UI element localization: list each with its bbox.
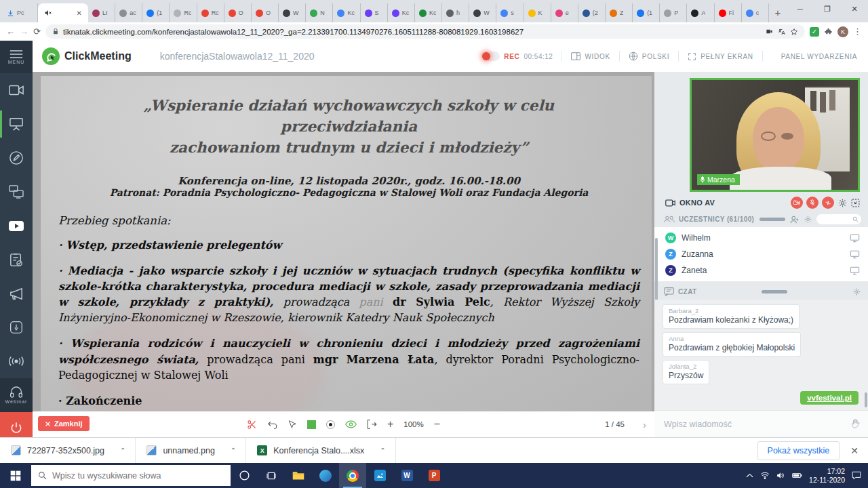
screen-status-icon[interactable] <box>850 250 860 259</box>
language-menu[interactable]: POLSKI <box>629 52 669 61</box>
address-bar[interactable]: tiknatak.clickmeeting.com/konferencjasta… <box>45 24 805 39</box>
participant-row[interactable]: Z Zuzanna <box>654 246 868 262</box>
visibility-tool-icon[interactable] <box>345 420 357 428</box>
start-button[interactable] <box>0 463 31 488</box>
task-view-button[interactable] <box>258 463 285 488</box>
browser-tab[interactable]: P <box>660 3 687 22</box>
screen-status-icon[interactable] <box>850 266 860 275</box>
browser-tab[interactable]: W <box>469 3 496 22</box>
downloads-close-icon[interactable]: ✕ <box>850 445 859 456</box>
screen-status-icon[interactable] <box>850 234 860 243</box>
browser-tab[interactable]: Kc <box>388 3 415 22</box>
download-chevron-icon[interactable]: ⌃ <box>120 447 125 454</box>
pointer-tool-icon[interactable] <box>288 420 297 429</box>
browser-tab[interactable]: Rc <box>170 3 197 22</box>
av-resize-icon[interactable] <box>851 199 860 207</box>
show-all-downloads-button[interactable]: Pokaż wszystkie <box>757 441 840 460</box>
download-chevron-icon[interactable]: ⌃ <box>380 447 385 454</box>
browser-tab[interactable]: O <box>252 3 279 22</box>
download-chevron-icon[interactable]: ⌃ <box>231 447 236 454</box>
browser-tab[interactable]: Kc <box>415 3 442 22</box>
sidebar-survey-button[interactable] <box>0 243 33 277</box>
tab-audio-muted-icon[interactable] <box>44 9 52 17</box>
browser-tab[interactable]: LI <box>88 3 115 22</box>
undo-tool-icon[interactable] <box>267 420 277 429</box>
reload-button[interactable]: ⟳ <box>33 26 41 37</box>
download-item[interactable]: X Konferencja Stalo....xlsx ⌃ <box>246 438 396 463</box>
window-minimize-button[interactable]: ─ <box>787 0 814 18</box>
browser-tab[interactable]: ac <box>115 3 142 22</box>
download-item[interactable]: 722877-352x500.jpg ⌃ <box>0 438 136 463</box>
chat-drag-handle[interactable] <box>762 290 787 293</box>
fullscreen-button[interactable]: PEŁNY EKRAN <box>688 52 753 61</box>
participant-row[interactable]: Z Żaneta <box>654 262 868 279</box>
translate-icon[interactable] <box>778 28 786 36</box>
sidebar-draw-button[interactable] <box>0 141 33 175</box>
forward-button[interactable]: → <box>20 26 28 37</box>
action-center-icon[interactable] <box>852 471 861 480</box>
cortana-button[interactable] <box>231 463 258 488</box>
participants-settings-gear-icon[interactable] <box>804 215 812 224</box>
word-button[interactable]: W <box>393 463 420 488</box>
browser-tab[interactable]: Kc <box>333 3 360 22</box>
browser-tab[interactable]: (2 <box>578 3 606 22</box>
tab-media-camera-icon[interactable] <box>765 28 774 35</box>
taskbar-clock[interactable]: 17:02 12-11-2020 <box>809 467 845 485</box>
sidebar-youtube-button[interactable] <box>0 209 33 243</box>
view-menu[interactable]: WIDOK <box>571 52 610 60</box>
battery-icon[interactable] <box>792 472 802 479</box>
raise-hand-icon[interactable] <box>850 419 860 429</box>
extensions-puzzle-icon[interactable] <box>824 27 833 36</box>
browser-tab[interactable]: h <box>442 3 469 22</box>
browser-tab-active[interactable]: ✕ <box>38 3 88 22</box>
webcam-video[interactable]: Marzena <box>690 78 860 192</box>
photos-button[interactable] <box>366 463 393 488</box>
powerpoint-button[interactable]: P <box>420 463 448 488</box>
browser-tab[interactable]: A <box>687 3 714 22</box>
browser-tab[interactable]: Z <box>606 3 633 22</box>
browser-tab[interactable]: S <box>361 3 388 22</box>
download-item[interactable]: unnamed.png ⌃ <box>136 438 246 463</box>
cut-tool-icon[interactable] <box>247 420 257 430</box>
file-explorer-button[interactable] <box>285 463 312 488</box>
browser-tab[interactable]: e <box>551 3 578 22</box>
chat-scrollbar[interactable] <box>865 392 867 407</box>
edge-button[interactable] <box>312 463 339 488</box>
zoom-level[interactable]: 100% <box>403 420 423 428</box>
participant-row[interactable]: W Wilhelm <box>654 230 868 246</box>
tray-expand-icon[interactable] <box>746 473 753 478</box>
sidebar-camera-button[interactable] <box>0 73 33 107</box>
sidebar-broadcast-button[interactable] <box>0 344 33 378</box>
new-tab-button[interactable]: + <box>769 3 787 21</box>
browser-tab[interactable]: K <box>524 3 551 22</box>
sidebar-screenshare-button[interactable] <box>0 175 33 209</box>
sidebar-announcement-button[interactable] <box>0 277 33 310</box>
sidebar-whiteboard-button[interactable] <box>0 107 33 141</box>
camera-off-button[interactable] <box>791 197 803 209</box>
participants-drag-handle[interactable] <box>760 218 785 221</box>
browser-tab-download[interactable]: Pc <box>3 3 38 22</box>
browser-tab[interactable]: O <box>224 3 252 22</box>
profile-avatar[interactable]: K <box>837 26 848 37</box>
extension-check-icon[interactable]: ✓ <box>810 27 819 37</box>
export-slide-icon[interactable] <box>367 420 377 429</box>
chat-settings-gear-icon[interactable] <box>852 287 861 296</box>
mic-off-button[interactable] <box>806 197 818 209</box>
wifi-icon[interactable] <box>760 472 770 479</box>
taskbar-search-input[interactable] <box>52 471 224 481</box>
volume-icon[interactable] <box>776 472 785 479</box>
zoom-in-button[interactable]: + <box>387 418 393 430</box>
event-panel-button[interactable]: PANEL WYDARZENIA <box>781 53 857 60</box>
browser-tab[interactable]: (1 <box>633 3 660 22</box>
add-participant-icon[interactable] <box>790 216 800 224</box>
close-presentation-button[interactable]: Zamknij <box>38 416 90 431</box>
browser-tab[interactable]: W <box>279 3 306 22</box>
chat-link-vvfestival[interactable]: vvfestival.pl <box>800 391 859 405</box>
laser-pointer-tool[interactable] <box>326 420 335 429</box>
color-swatch-tool[interactable] <box>307 420 316 429</box>
rec-control[interactable]: REC 00:54:12 <box>481 52 553 61</box>
browser-tab[interactable]: N <box>306 3 333 22</box>
browser-tab[interactable]: (1 <box>142 3 170 22</box>
sidebar-menu-button[interactable]: MENU <box>0 41 33 73</box>
chat-message-input[interactable] <box>664 420 845 429</box>
